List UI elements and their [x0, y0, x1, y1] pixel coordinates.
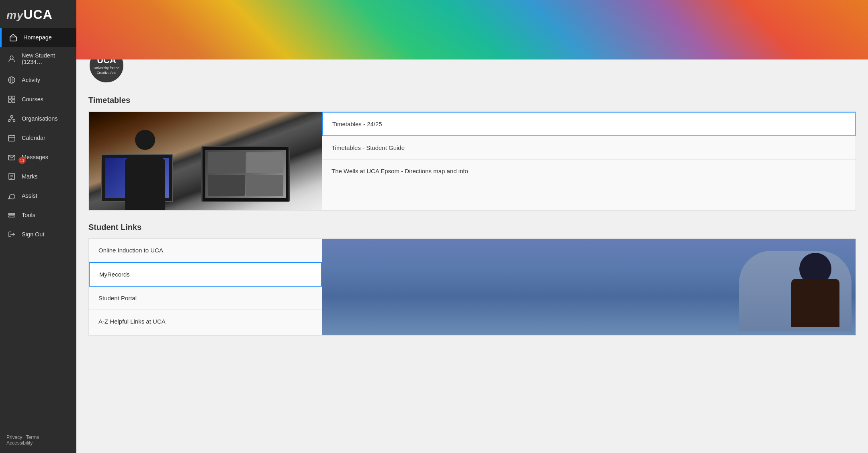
sidebar-item-assist[interactable]: Assist	[0, 186, 76, 205]
student-link-1[interactable]: MyRecords	[89, 262, 322, 287]
student-links-section: Student Links Online Induction to UCA My…	[88, 223, 856, 336]
svg-rect-24	[8, 213, 15, 215]
timetable-link-0[interactable]: Timetables - 24/25	[322, 112, 856, 136]
sidebar-calendar-label: Calendar	[22, 135, 45, 141]
footer-terms-link[interactable]: Terms	[26, 435, 39, 440]
timetables-image	[89, 112, 322, 210]
timetable-link-0-label: Timetables - 24/25	[332, 121, 382, 127]
home-icon	[9, 33, 18, 42]
envelope-icon: 11	[7, 153, 16, 162]
sidebar-homepage-label: Homepage	[23, 34, 52, 41]
sidebar-item-tools[interactable]: Tools	[0, 205, 76, 225]
sidebar-item-organisations[interactable]: Organisations	[0, 109, 76, 128]
student-links-panel: Online Induction to UCA MyRecords Studen…	[88, 238, 856, 336]
sidebar-item-calendar[interactable]: Calendar	[0, 128, 76, 148]
org-icon	[7, 114, 16, 123]
svg-point-1	[10, 56, 13, 59]
student-image	[322, 239, 856, 335]
sidebar-item-homepage[interactable]: Homepage	[0, 28, 76, 47]
svg-point-11	[13, 120, 15, 122]
timetable-link-1[interactable]: Timetables - Student Guide	[322, 136, 856, 160]
messages-badge: 11	[18, 157, 26, 164]
sidebar-courses-label: Courses	[22, 96, 43, 102]
timetable-link-2-label: The Wells at UCA Epsom - Directions map …	[332, 168, 468, 174]
sidebar-newstudent-label: New Student (1234…	[22, 52, 69, 65]
banner-art	[76, 0, 868, 59]
svg-rect-6	[12, 96, 15, 99]
student-link-3[interactable]: A-Z Helpful Links at UCA	[89, 310, 322, 333]
sidebar-item-marks[interactable]: Marks	[0, 167, 76, 186]
student-link-0[interactable]: Online Induction to UCA	[89, 239, 322, 262]
uca-logo-subtitle: University for theCreative Arts	[94, 66, 119, 75]
sidebar-tools-label: Tools	[22, 212, 35, 218]
person-icon	[7, 54, 16, 63]
svg-rect-25	[8, 216, 15, 217]
timetable-link-1-label: Timetables - Student Guide	[332, 144, 405, 151]
svg-rect-15	[8, 135, 15, 141]
sidebar-footer: Privacy Terms Accessibility	[0, 427, 76, 453]
svg-rect-8	[12, 100, 15, 102]
footer-accessibility-link[interactable]: Accessibility	[6, 440, 33, 446]
sidebar: myUCA Homepage New Student (1234…	[0, 0, 76, 453]
sidebar-signout-label: Sign Out	[22, 231, 44, 238]
student-link-0-label: Online Induction to UCA	[98, 247, 163, 254]
marks-icon	[7, 172, 16, 181]
svg-rect-0	[10, 37, 16, 41]
student-link-2[interactable]: Student Portal	[89, 287, 322, 310]
tools-icon	[7, 211, 16, 219]
student-link-1-label: MyRecords	[99, 271, 130, 278]
grid-icon	[7, 95, 16, 104]
sidebar-assist-label: Assist	[22, 193, 37, 199]
timetables-links: Timetables - 24/25 Timetables - Student …	[322, 112, 856, 210]
sidebar-item-new-student[interactable]: New Student (1234…	[0, 47, 76, 70]
timetable-link-2[interactable]: The Wells at UCA Epsom - Directions map …	[322, 160, 856, 182]
svg-point-10	[8, 120, 10, 122]
sidebar-item-messages[interactable]: 11 Messages	[0, 148, 76, 167]
timetables-section: Timetables	[88, 96, 856, 211]
student-link-3-label: A-Z Helpful Links at UCA	[98, 318, 166, 325]
main-content: UCA University for theCreative Arts Time…	[76, 0, 868, 453]
signout-icon	[7, 230, 16, 239]
logo-my: my	[6, 9, 23, 21]
page-content: Timetables	[76, 88, 868, 356]
app-logo: myUCA	[0, 0, 76, 28]
sidebar-activity-label: Activity	[22, 77, 40, 83]
globe-icon	[7, 76, 16, 84]
timetables-title: Timetables	[88, 96, 856, 105]
sidebar-item-activity[interactable]: Activity	[0, 70, 76, 90]
assist-icon	[7, 191, 16, 200]
svg-rect-5	[8, 96, 11, 99]
student-links-list: Online Induction to UCA MyRecords Studen…	[89, 239, 322, 335]
footer-privacy-link[interactable]: Privacy	[6, 435, 22, 440]
header-banner	[76, 0, 868, 59]
sidebar-item-courses[interactable]: Courses	[0, 90, 76, 109]
student-links-title: Student Links	[88, 223, 856, 232]
sidebar-organisations-label: Organisations	[22, 115, 57, 122]
sidebar-nav: Homepage New Student (1234… Activity	[0, 28, 76, 427]
svg-point-9	[10, 115, 13, 118]
calendar-icon	[7, 133, 16, 142]
svg-rect-7	[8, 100, 11, 102]
logo-uca: UCA	[23, 7, 52, 22]
svg-rect-20	[9, 173, 14, 180]
student-link-2-label: Student Portal	[98, 295, 137, 301]
sidebar-messages-label: Messages	[22, 154, 48, 160]
timetables-panel: Timetables - 24/25 Timetables - Student …	[88, 111, 856, 211]
sidebar-item-signout[interactable]: Sign Out	[0, 225, 76, 244]
sidebar-marks-label: Marks	[22, 173, 37, 180]
